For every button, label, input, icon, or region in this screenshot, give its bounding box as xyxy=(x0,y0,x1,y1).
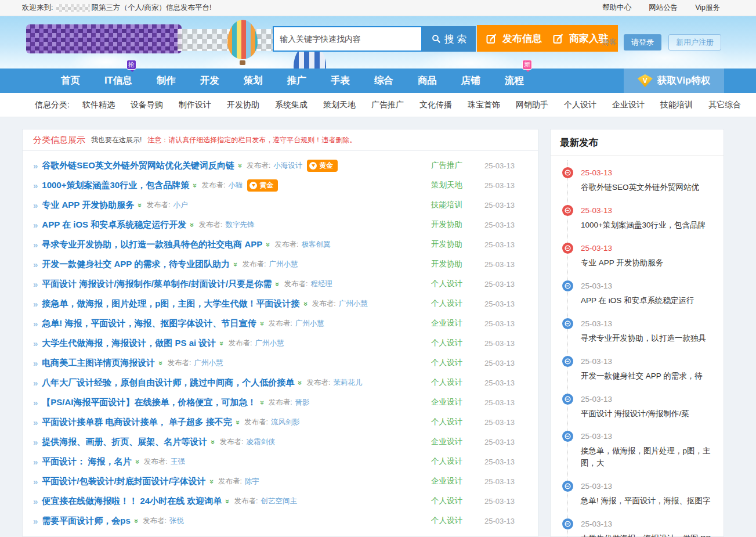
publisher-name-link[interactable]: 程经理 xyxy=(310,279,332,289)
category-link[interactable]: 个人设计 xyxy=(564,100,596,110)
row-category-link[interactable]: 开发协助 xyxy=(431,239,462,250)
row-category-link[interactable]: 个人设计 xyxy=(431,279,462,289)
row-category-link[interactable]: 企业设计 xyxy=(431,476,462,486)
expand-chevron-icon[interactable]: » xyxy=(191,183,200,187)
row-title-link[interactable]: 1000+策划案涵盖30行业，包含品牌策 xyxy=(42,180,189,191)
expand-chevron-icon[interactable]: » xyxy=(234,420,243,424)
gold-member-badge[interactable]: 黄金 xyxy=(247,179,278,192)
row-title-link[interactable]: 平面设计/包装设计/封底封面设计/字体设计 xyxy=(42,476,206,487)
row-category-link[interactable]: 技能培训 xyxy=(431,200,462,210)
nav-item[interactable]: 流程 新 xyxy=(493,74,536,87)
gold-member-badge[interactable]: 黄金 xyxy=(307,160,338,172)
row-category-link[interactable]: 个人设计 xyxy=(431,417,462,427)
category-link[interactable]: 企业设计 xyxy=(612,100,645,110)
category-link[interactable]: 技能培训 xyxy=(660,100,693,110)
expand-chevron-icon[interactable]: » xyxy=(188,222,197,226)
publisher-name-link[interactable]: 凌霜剑侠 xyxy=(247,437,276,447)
post-title-link[interactable]: 1000+策划案涵盖30行业，包含品牌 xyxy=(581,219,714,232)
nav-item[interactable]: 推广 xyxy=(275,74,319,87)
nav-item[interactable]: 综合 xyxy=(362,74,406,87)
search-button[interactable]: 搜 索 xyxy=(422,26,476,52)
row-title-link[interactable]: 平面设计： 海报，名片 xyxy=(42,456,131,467)
expand-chevron-icon[interactable]: » xyxy=(132,518,141,522)
expand-chevron-icon[interactable]: » xyxy=(218,341,226,345)
publisher-name-link[interactable]: 陈宇 xyxy=(245,477,259,486)
publisher-name-link[interactable]: 晋影 xyxy=(295,398,310,408)
row-title-link[interactable]: 提供海报、画册、折页、展架、名片等设计 xyxy=(42,437,207,448)
category-link[interactable]: 制作设计 xyxy=(179,100,211,110)
publisher-name-link[interactable]: 王强 xyxy=(171,457,185,467)
post-title-link[interactable]: 寻求专业开发协助，以打造一款独具 xyxy=(581,333,714,345)
vip-privilege-button[interactable]: V 获取Vip特权 xyxy=(624,69,724,93)
post-title-link[interactable]: APP 在 iOS 和安卓系统稳定运行 xyxy=(581,295,714,307)
category-link[interactable]: 珠宝首饰 xyxy=(468,100,500,110)
expand-chevron-icon[interactable]: » xyxy=(208,479,216,483)
search-input[interactable] xyxy=(273,26,422,52)
nav-item[interactable]: 制作 xyxy=(144,74,188,87)
row-category-link[interactable]: 个人设计 xyxy=(431,496,462,506)
post-title-link[interactable]: 急单! 海报，平面设计，海报、抠图字 xyxy=(581,495,714,507)
post-title-link[interactable]: 专业 APP 开发协助服务 xyxy=(581,257,714,269)
row-category-link[interactable]: 个人设计 xyxy=(431,377,462,388)
category-link[interactable]: 软件精选 xyxy=(82,100,115,110)
site-notice-link[interactable]: 网站公告 xyxy=(649,3,678,13)
row-title-link[interactable]: 需要平面设计师，会ps xyxy=(42,516,131,527)
expand-chevron-icon[interactable]: » xyxy=(231,262,240,266)
row-category-link[interactable]: 广告推广 xyxy=(431,160,462,171)
publisher-name-link[interactable]: 创艺空间主 xyxy=(261,496,298,506)
row-title-link[interactable]: 专业 APP 开发协助服务 xyxy=(42,200,134,211)
expand-chevron-icon[interactable]: » xyxy=(136,203,144,207)
row-title-link[interactable]: 【PS/AI海报平面设计】在线接单，价格便宜，可加急！ xyxy=(42,397,256,408)
category-link[interactable]: 策划天地 xyxy=(323,100,356,110)
row-category-link[interactable]: 企业设计 xyxy=(431,318,462,329)
row-title-link[interactable]: 大学生代做海报，海报设计，做图 PS ai 设计 xyxy=(42,338,216,349)
publisher-name-link[interactable]: 广州小慧 xyxy=(339,299,368,309)
category-link[interactable]: 广告推广 xyxy=(371,100,404,110)
row-category-link[interactable]: 企业设计 xyxy=(431,397,462,408)
post-title-link[interactable]: 接急单，做海报，图片处理，p图，主图，大 xyxy=(581,445,714,470)
nav-item[interactable]: 策划 xyxy=(231,74,275,87)
category-link[interactable]: 其它综合 xyxy=(708,100,741,110)
nav-item[interactable]: 开发 xyxy=(188,74,231,87)
row-title-link[interactable]: 开发一款健身社交 APP 的需求，待专业团队助力 xyxy=(42,259,230,270)
expand-chevron-icon[interactable]: » xyxy=(157,361,165,365)
publisher-name-link[interactable]: 广州小慧 xyxy=(269,260,298,269)
category-link[interactable]: 系统集成 xyxy=(275,100,308,110)
expand-chevron-icon[interactable]: » xyxy=(133,459,142,463)
row-title-link[interactable]: 谷歌外链SEO英文外链外贸网站优化关键词反向链 xyxy=(42,160,234,171)
login-button[interactable]: 请登录 xyxy=(624,34,661,51)
category-link[interactable]: 设备导购 xyxy=(131,100,163,110)
publish-info-button[interactable]: 发布信息 xyxy=(477,25,551,52)
post-title-link[interactable]: 平面设计 海报设计/海报制作/菜 xyxy=(581,408,714,420)
category-link[interactable]: 文化传播 xyxy=(419,100,452,110)
publisher-name-link[interactable]: 小海设计 xyxy=(273,161,302,171)
category-link[interactable]: 网销助手 xyxy=(516,100,548,110)
publisher-name-link[interactable]: 小户 xyxy=(173,200,187,210)
row-title-link[interactable]: 急单! 海报，平面设计，海报、抠图字体设计、节日宣传 xyxy=(42,318,256,329)
row-category-link[interactable]: 个人设计 xyxy=(431,456,462,467)
expand-chevron-icon[interactable]: » xyxy=(264,242,273,246)
row-title-link[interactable]: 电商美工主图详情页海报设计 xyxy=(42,358,155,369)
publisher-name-link[interactable]: 数字先锋 xyxy=(225,220,254,230)
vip-service-link[interactable]: Vip服务 xyxy=(695,3,720,13)
nav-item[interactable]: 首页 xyxy=(49,74,92,87)
category-link[interactable]: 开发协助 xyxy=(227,100,259,110)
nav-item[interactable]: 手表 xyxy=(319,74,362,87)
expand-chevron-icon[interactable]: » xyxy=(258,321,267,325)
expand-chevron-icon[interactable]: » xyxy=(273,282,282,286)
nav-item[interactable]: IT信息 抢 xyxy=(92,74,144,87)
post-title-link[interactable]: 谷歌外链SEO英文外链外贸网站优 xyxy=(581,182,714,194)
help-center-link[interactable]: 帮助中心 xyxy=(602,3,631,13)
row-title-link[interactable]: 便宜接在线做海报啦！！ 24小时在线 欢迎询单 xyxy=(42,496,222,507)
expand-chevron-icon[interactable]: » xyxy=(296,380,305,384)
publisher-name-link[interactable]: 广州小慧 xyxy=(255,338,284,348)
expand-chevron-icon[interactable]: » xyxy=(258,400,267,404)
row-category-link[interactable]: 策划天地 xyxy=(431,180,462,190)
row-title-link[interactable]: 接急单，做海报，图片处理，p图，主图，大学生代做！平面设计接 xyxy=(42,298,299,309)
row-category-link[interactable]: 企业设计 xyxy=(431,437,462,447)
expand-chevron-icon[interactable]: » xyxy=(209,439,218,444)
row-category-link[interactable]: 个人设计 xyxy=(431,298,462,309)
row-category-link[interactable]: 开发协助 xyxy=(431,219,462,230)
expand-chevron-icon[interactable]: » xyxy=(236,163,245,167)
expand-chevron-icon[interactable]: » xyxy=(302,301,310,305)
